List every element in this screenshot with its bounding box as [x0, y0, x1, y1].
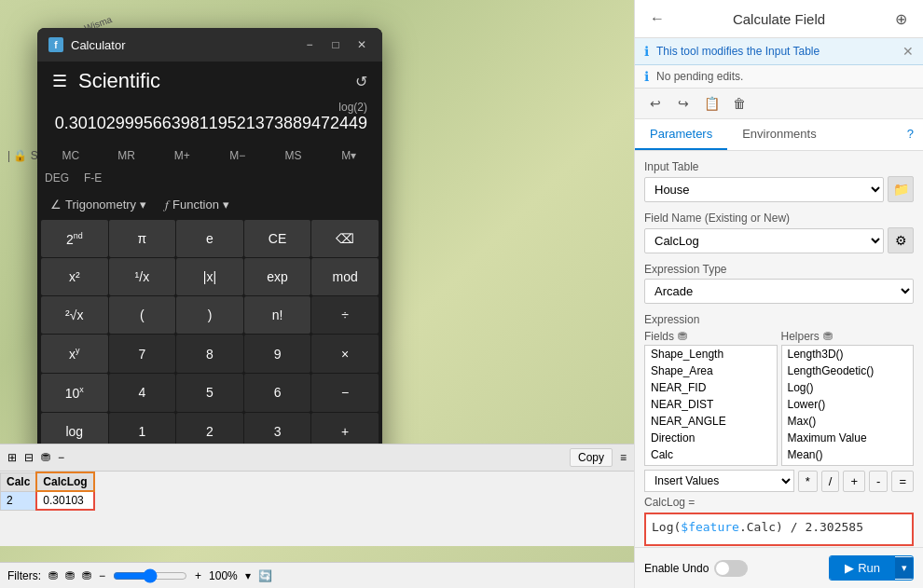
- enable-undo-label: Enable Undo: [644, 562, 709, 575]
- run-dropdown-button[interactable]: ▾: [895, 557, 913, 579]
- expression-box[interactable]: Log($feature.Calc) / 2.302585: [644, 513, 914, 546]
- ms-button[interactable]: MS: [268, 145, 320, 166]
- filter-icon-3[interactable]: ⛃: [82, 569, 91, 582]
- filter-icon-1[interactable]: ⛃: [48, 569, 58, 582]
- field-near-dist[interactable]: NEAR_DIST: [645, 396, 777, 413]
- add-button[interactable]: ⊕: [889, 7, 912, 30]
- back-button[interactable]: ←: [646, 7, 668, 30]
- fields-list[interactable]: Shape_Length Shape_Area NEAR_FID NEAR_DI…: [644, 345, 778, 466]
- zoom-dropdown[interactable]: ▾: [245, 569, 251, 582]
- fields-filter-icon[interactable]: ⛃: [678, 330, 687, 343]
- second-button[interactable]: 2nd: [41, 220, 108, 258]
- reciprocal-button[interactable]: ¹/x: [109, 258, 176, 295]
- field-name-select[interactable]: CalcLog: [644, 228, 884, 253]
- cell-calc: 2: [1, 491, 37, 510]
- op-divide[interactable]: /: [821, 471, 840, 492]
- tenx-button[interactable]: 10x: [41, 374, 108, 412]
- helper-length3d[interactable]: Length3D(): [782, 346, 914, 362]
- help-button[interactable]: ?: [898, 119, 923, 150]
- helper-max[interactable]: Max(): [782, 413, 914, 430]
- expression-label: Expression: [644, 313, 914, 326]
- multiply-button[interactable]: ×: [311, 335, 379, 373]
- factorial-button[interactable]: n!: [244, 296, 311, 334]
- mod-button[interactable]: mod: [311, 258, 379, 295]
- col-calclog: CalcLog: [36, 472, 93, 491]
- helper-lower[interactable]: Lower(): [782, 396, 914, 413]
- four-button[interactable]: 4: [109, 374, 176, 412]
- delete-button[interactable]: 🗑: [728, 92, 751, 115]
- helper-mean[interactable]: Mean(): [782, 446, 914, 463]
- attr-menu-icon[interactable]: ≡: [620, 451, 627, 464]
- helper-lengthgeodetic[interactable]: LengthGeodetic(): [782, 362, 914, 379]
- field-calc[interactable]: Calc: [645, 446, 777, 463]
- minimize-button[interactable]: −: [300, 35, 319, 54]
- paste-button[interactable]: 📋: [700, 92, 723, 115]
- xpow-button[interactable]: xy: [41, 335, 108, 373]
- field-near-fid[interactable]: NEAR_FID: [645, 379, 777, 396]
- close-button[interactable]: ✕: [352, 35, 371, 54]
- op-subtract[interactable]: -: [869, 471, 888, 492]
- input-table-folder-button[interactable]: 📁: [888, 176, 914, 202]
- exp-button[interactable]: exp: [244, 258, 311, 295]
- seven-button[interactable]: 7: [109, 335, 176, 373]
- maximize-button[interactable]: □: [326, 35, 345, 54]
- op-add[interactable]: +: [843, 471, 865, 492]
- deg-label: DEG: [45, 171, 69, 185]
- helper-mid[interactable]: Mid(): [782, 463, 914, 466]
- mc-button[interactable]: MC: [45, 145, 97, 166]
- info-text: This tool modifies the Input Table: [656, 45, 895, 58]
- mminus-button[interactable]: M−: [212, 145, 264, 166]
- tab-environments[interactable]: Environments: [727, 119, 831, 150]
- field-name-settings-button[interactable]: ⚙: [888, 227, 914, 253]
- e-button[interactable]: e: [176, 220, 243, 258]
- field-direction[interactable]: Direction: [645, 430, 777, 446]
- history-button[interactable]: ↺: [355, 73, 367, 90]
- field-shape-area[interactable]: Shape_Area: [645, 362, 777, 379]
- six-button[interactable]: 6: [244, 374, 311, 412]
- undo-row: ↩ ↪ 📋 🗑: [635, 89, 923, 119]
- helper-maximum-value[interactable]: Maximum Value: [782, 430, 914, 446]
- subtract-button[interactable]: −: [311, 374, 379, 412]
- enable-undo-toggle[interactable]: [714, 560, 748, 577]
- calculator-header: ☰ Scientific ↺: [37, 62, 382, 97]
- op-multiply[interactable]: *: [798, 471, 818, 492]
- five-button[interactable]: 5: [176, 374, 243, 412]
- mdown-button[interactable]: M▾: [323, 145, 375, 166]
- mplus-button[interactable]: M+: [156, 145, 208, 166]
- input-table-select[interactable]: House: [644, 177, 884, 202]
- field-shape-length[interactable]: Shape_Length: [645, 346, 777, 362]
- divide-button[interactable]: ÷: [311, 296, 379, 334]
- backspace-button[interactable]: ⌫: [311, 220, 379, 258]
- nine-button[interactable]: 9: [244, 335, 311, 373]
- tab-parameters[interactable]: Parameters: [635, 119, 727, 150]
- ce-button[interactable]: CE: [244, 220, 311, 258]
- lparen-button[interactable]: (: [109, 296, 176, 334]
- run-button[interactable]: ▶ Run: [830, 556, 895, 580]
- op-equals[interactable]: =: [891, 471, 914, 492]
- helper-log[interactable]: Log(): [782, 379, 914, 396]
- pi-button[interactable]: π: [109, 220, 176, 258]
- field-near-angle[interactable]: NEAR_ANGLE: [645, 413, 777, 430]
- hamburger-menu[interactable]: ☰: [52, 71, 67, 91]
- abs-button[interactable]: |x|: [176, 258, 243, 295]
- trigonometry-button[interactable]: ∠ Trigonometry ▾: [45, 194, 152, 216]
- xsquared-button[interactable]: x²: [41, 258, 108, 295]
- sqrt-button[interactable]: ²√x: [41, 296, 108, 334]
- expression-type-select[interactable]: Arcade: [644, 279, 914, 304]
- redo-button[interactable]: ↪: [672, 92, 695, 115]
- pending-text: No pending edits.: [656, 70, 914, 83]
- info-close-button[interactable]: ✕: [902, 44, 914, 59]
- insert-select[interactable]: Insert Values: [644, 470, 794, 492]
- mr-button[interactable]: MR: [101, 145, 153, 166]
- function-button[interactable]: 𝑓 Function ▾: [159, 194, 235, 216]
- filter-icon-2[interactable]: ⛃: [65, 569, 75, 582]
- eight-button[interactable]: 8: [176, 335, 243, 373]
- refresh-map-icon[interactable]: 🔄: [258, 569, 272, 582]
- copy-button[interactable]: Copy: [570, 448, 613, 467]
- helpers-filter-icon[interactable]: ⛃: [823, 330, 833, 343]
- rparen-button[interactable]: ): [176, 296, 243, 334]
- helpers-list[interactable]: Length3D() LengthGeodetic() Log() Lower(…: [781, 345, 915, 466]
- field-calclog[interactable]: CalcLog: [645, 463, 777, 466]
- undo-button[interactable]: ↩: [644, 92, 667, 115]
- zoom-slider[interactable]: [113, 568, 187, 583]
